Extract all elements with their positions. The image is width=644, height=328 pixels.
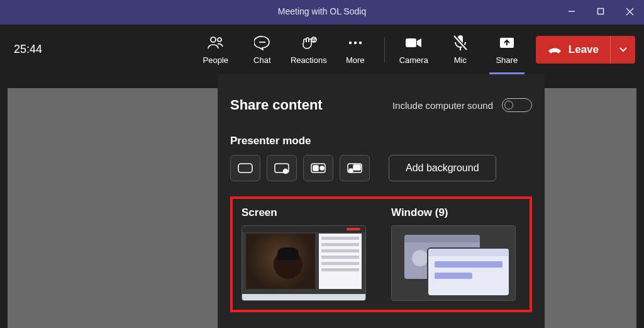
svg-point-25 [320, 166, 324, 170]
minimize-icon [568, 8, 575, 15]
close-button[interactable] [615, 0, 644, 23]
more-button[interactable]: More [333, 28, 378, 72]
reactions-label: Reactions [291, 55, 327, 65]
leave-more-button[interactable] [610, 36, 635, 64]
leave-label: Leave [569, 43, 599, 56]
meeting-timer: 25:44 [14, 43, 42, 56]
svg-point-10 [349, 41, 352, 43]
share-screen-label: Screen [242, 206, 366, 219]
share-icon [499, 35, 515, 51]
people-icon [207, 35, 225, 51]
minimize-button[interactable] [557, 0, 586, 23]
svg-point-12 [359, 41, 362, 43]
meeting-stage: Share content Include computer sound Pre… [0, 74, 644, 328]
toolbar-separator [384, 37, 385, 62]
share-window-label: Window (9) [391, 206, 516, 219]
leave-button[interactable]: Leave [536, 36, 610, 64]
toggle-knob [504, 101, 513, 110]
close-icon [626, 8, 634, 16]
window-title: Meeting with OL Sodiq [278, 6, 366, 16]
people-button[interactable]: People [193, 28, 238, 72]
mic-off-icon [453, 35, 468, 51]
svg-point-4 [211, 37, 216, 42]
presenter-mode-side-by-side[interactable] [303, 155, 333, 181]
toolbar-items: People Chat Reac [193, 28, 530, 72]
chevron-down-icon [619, 47, 628, 53]
add-background-button[interactable]: Add background [389, 155, 496, 181]
include-sound-label: Include computer sound [392, 100, 493, 111]
share-screen-option[interactable]: Screen [242, 206, 366, 301]
more-label: More [346, 55, 365, 65]
maximize-icon [597, 8, 604, 15]
share-options-highlight: Screen Window (9) [230, 196, 532, 312]
svg-point-8 [313, 38, 313, 39]
share-label: Share [496, 55, 518, 65]
people-label: People [203, 55, 228, 65]
svg-rect-27 [353, 165, 360, 170]
screen-thumbnail [242, 225, 366, 301]
chat-icon [254, 35, 270, 51]
window-controls [557, 0, 644, 23]
svg-rect-24 [313, 166, 318, 171]
camera-button[interactable]: Camera [391, 28, 436, 72]
svg-rect-13 [406, 38, 416, 47]
svg-rect-19 [238, 164, 252, 172]
presenter-mode-content-only[interactable] [230, 155, 260, 181]
presenter-mode-standout[interactable] [267, 155, 297, 181]
mic-button[interactable]: Mic [438, 28, 483, 72]
svg-point-11 [354, 41, 357, 43]
chat-label: Chat [253, 55, 270, 65]
more-icon [347, 35, 364, 51]
presenter-mode-row: Add background [230, 155, 532, 181]
chat-button[interactable]: Chat [240, 28, 285, 72]
svg-rect-1 [598, 9, 604, 14]
reactions-button[interactable]: Reactions [286, 28, 331, 72]
presenter-mode-label: Presenter mode [230, 135, 532, 147]
maximize-button[interactable] [586, 0, 615, 23]
share-button[interactable]: Share [484, 28, 530, 72]
hangup-icon [547, 43, 562, 56]
meeting-toolbar: 25:44 People Chat [0, 23, 644, 74]
reactions-icon [300, 35, 318, 51]
include-sound-toggle[interactable] [502, 98, 532, 112]
camera-icon [405, 35, 423, 51]
titlebar: Meeting with OL Sodiq [0, 0, 644, 23]
svg-point-28 [349, 169, 353, 172]
svg-point-9 [314, 38, 315, 39]
window-thumbnail [391, 225, 516, 301]
share-content-title: Share content [230, 97, 323, 113]
share-content-panel: Share content Include computer sound Pre… [218, 74, 545, 328]
presenter-mode-reporter[interactable] [340, 155, 370, 181]
add-background-label: Add background [406, 162, 479, 173]
svg-point-5 [218, 38, 221, 42]
mic-label: Mic [454, 55, 467, 65]
camera-label: Camera [399, 55, 428, 65]
svg-point-22 [285, 170, 286, 171]
share-window-option[interactable]: Window (9) [391, 206, 516, 301]
